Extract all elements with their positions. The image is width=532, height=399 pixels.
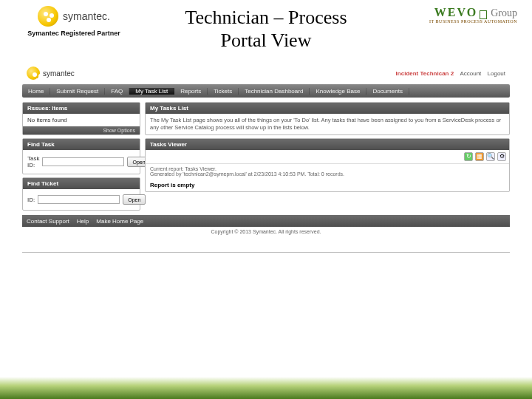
footer-help[interactable]: Help (77, 218, 89, 225)
account-link[interactable]: Account (460, 70, 481, 77)
portal-logo: symantec (27, 66, 75, 80)
nav-submit-request[interactable]: Submit Request (50, 88, 105, 95)
panel-my-tasks-list-header: My Tasks List (146, 103, 509, 114)
panel-find-task: Find Task Task ID: Open (22, 138, 140, 174)
logout-link[interactable]: Logout (488, 70, 505, 77)
symantec-logo-icon (38, 6, 58, 27)
panel-find-ticket-header: Find Ticket (23, 178, 140, 189)
wevo-box-icon (480, 10, 487, 19)
panel-tasks-viewer: Tasks Viewer ↻ ▦ 🔍 ⚙ Current report: Tas… (145, 138, 510, 192)
copyright: Copyright © 2013 Symantec. All rights re… (22, 229, 510, 234)
report-generated: Generated by 'technican2@symepm.local' a… (150, 171, 505, 177)
export-icon[interactable]: ▦ (475, 152, 484, 161)
report-empty: Report is empty (146, 179, 509, 191)
nav-my-task-list[interactable]: My Task List (129, 88, 174, 95)
nav-knowledge-base[interactable]: Knowledge Base (310, 88, 366, 95)
report-current: Current report: Tasks Viewer. (150, 166, 505, 171)
ticket-id-input[interactable] (38, 195, 120, 204)
panel-my-tasks-list: My Tasks List The My Task List page show… (145, 102, 510, 135)
bottom-gradient (0, 377, 532, 399)
portal-user-area: Incident Technican 2 Account Logout (396, 70, 505, 77)
partner-label: Symantec Registered Partner (27, 30, 120, 37)
nav-technician-dashboard[interactable]: Technician Dashboard (239, 88, 310, 95)
report-info: Current report: Tasks Viewer. Generated … (146, 164, 509, 179)
refresh-icon[interactable]: ↻ (464, 152, 473, 161)
viewer-toolbar: ↻ ▦ 🔍 ⚙ (146, 150, 509, 164)
settings-icon[interactable]: ⚙ (497, 152, 506, 161)
nav-faq[interactable]: FAQ (105, 88, 129, 95)
panel-rssues: Rssues: Items No items found Show Option… (22, 102, 140, 135)
my-tasks-list-desc: The My Task List page shows you all of t… (146, 114, 509, 134)
nav-tickets[interactable]: Tickets (208, 88, 239, 95)
panel-tasks-viewer-header: Tasks Viewer (146, 139, 509, 150)
panel-rssues-empty: No items found (23, 114, 140, 126)
nav-documents[interactable]: Documents (366, 88, 409, 95)
brand-wevo: WEVOGroup IT BUSINESS PROCESS AUTOMATION (399, 6, 517, 24)
main-nav: Home Submit Request FAQ My Task List Rep… (22, 84, 510, 98)
footer-contact[interactable]: Contact Support (27, 218, 69, 225)
portal-logo-name: symantec (43, 69, 75, 78)
wevo-script: Group (491, 7, 517, 18)
symantec-small-icon (27, 66, 40, 80)
brand-symantec: symantec. Symantec Registered Partner (15, 6, 133, 37)
wevo-name: WEVO (434, 6, 477, 18)
footer-bar: Contact Support Help Make Home Page (22, 215, 510, 227)
nav-home[interactable]: Home (22, 88, 50, 95)
divider (22, 252, 510, 253)
panel-find-ticket: Find Ticket ID: Open (22, 177, 140, 211)
search-icon[interactable]: 🔍 (486, 152, 495, 161)
panel-find-task-header: Find Task (23, 139, 140, 150)
wevo-tagline: IT BUSINESS PROCESS AUTOMATION (429, 19, 517, 24)
nav-reports[interactable]: Reports (174, 88, 208, 95)
task-id-label: Task ID: (27, 155, 39, 168)
open-ticket-button[interactable]: Open (123, 194, 146, 205)
show-options-link[interactable]: Show Options (23, 126, 140, 134)
symantec-name: symantec. (63, 10, 110, 22)
footer-home[interactable]: Make Home Page (96, 218, 143, 225)
ticket-id-label: ID: (27, 197, 35, 203)
user-role: Incident Technican 2 (396, 70, 454, 77)
task-id-input[interactable] (42, 157, 124, 166)
slide-title: Technician – Process Portal View (133, 6, 399, 52)
panel-rssues-header: Rssues: Items (23, 103, 140, 114)
